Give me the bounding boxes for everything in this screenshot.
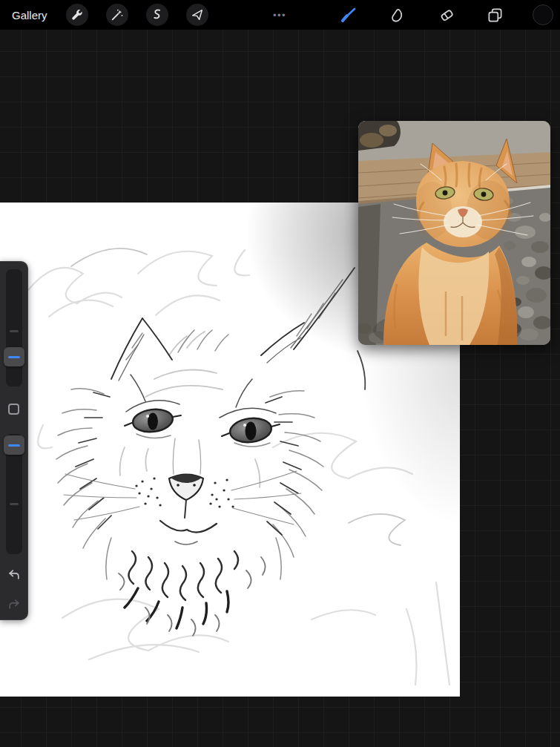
sketch-nose-mouth	[160, 475, 217, 545]
top-toolbar: Gallery •••	[0, 0, 560, 30]
magic-wand-icon	[111, 8, 124, 22]
accent-line	[8, 444, 20, 447]
reference-image-panel[interactable]	[358, 121, 550, 345]
transform-button[interactable]	[186, 4, 208, 26]
actions-button[interactable]	[66, 4, 88, 26]
transform-arrow-icon	[191, 8, 204, 22]
smudge-button[interactable]	[386, 3, 409, 27]
eraser-button[interactable]	[435, 3, 458, 27]
wrench-icon	[70, 8, 84, 22]
layers-button[interactable]	[483, 3, 507, 27]
paint-brush-button[interactable]	[337, 3, 360, 27]
slider-tick	[10, 330, 19, 332]
eraser-icon	[438, 7, 455, 24]
procreate-app: Gallery •••	[0, 0, 560, 747]
opacity-slider[interactable]	[6, 434, 22, 554]
brush-size-handle[interactable]	[4, 347, 24, 366]
undo-button[interactable]	[0, 563, 28, 587]
smudge-finger-icon	[389, 7, 406, 24]
paint-brush-icon	[340, 6, 358, 24]
canvas-options-button[interactable]: •••	[260, 0, 300, 30]
brush-sidebar	[0, 261, 28, 620]
layers-icon	[487, 7, 504, 24]
brush-size-slider[interactable]	[6, 269, 22, 386]
undo-icon	[7, 567, 22, 582]
opacity-handle[interactable]	[4, 435, 24, 455]
modify-button[interactable]	[8, 404, 19, 415]
reference-cat-photo	[358, 121, 550, 345]
selection-button[interactable]	[146, 4, 168, 26]
redo-icon	[7, 597, 22, 612]
adjustments-button[interactable]	[106, 4, 128, 26]
color-swatch-button[interactable]	[533, 4, 553, 25]
accent-line	[8, 356, 20, 358]
slider-tick	[10, 503, 19, 505]
sketch-eyes	[125, 407, 280, 444]
gallery-button[interactable]: Gallery	[12, 0, 47, 30]
selection-s-icon	[151, 8, 164, 22]
redo-button[interactable]	[0, 593, 28, 616]
